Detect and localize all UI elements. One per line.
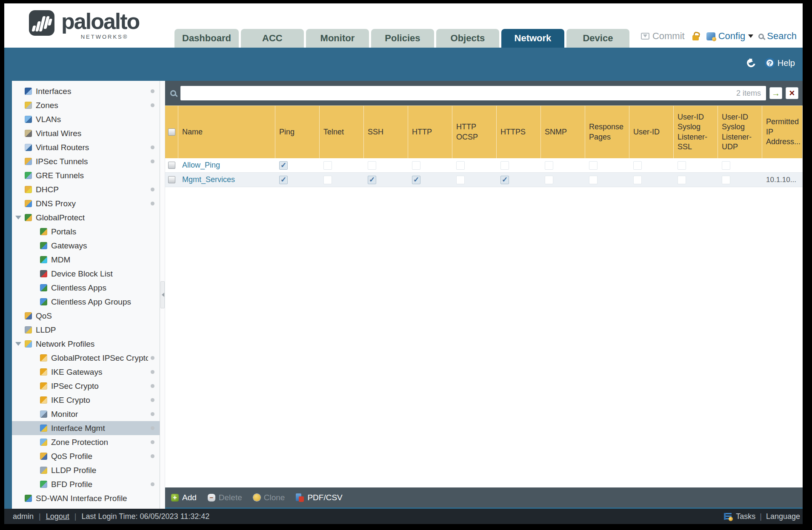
header-actions: Commit Config Search	[641, 31, 797, 42]
row-name-link[interactable]: Mgmt_Services	[182, 175, 235, 184]
sidebar-item-lldp-profile[interactable]: LLDP Profile	[12, 463, 160, 477]
tab-monitor[interactable]: Monitor	[306, 29, 369, 48]
sidebar-item-interfaces[interactable]: Interfaces	[12, 84, 160, 98]
column-header-http-ocsp[interactable]: HTTP OCSP	[452, 106, 497, 158]
config-button[interactable]: Config	[704, 31, 754, 42]
tab-device[interactable]: Device	[566, 29, 629, 48]
add-button[interactable]: + Add	[171, 493, 197, 502]
help-button[interactable]: ? Help	[765, 58, 795, 68]
column-header-ping[interactable]: Ping	[275, 106, 320, 158]
sidebar-item-ipsec-tunnels[interactable]: IPSec Tunnels	[12, 154, 160, 168]
column-header-permitted-ip-address-[interactable]: Permitted IP Address...	[762, 106, 803, 158]
sidebar-item-vlans[interactable]: VLANs	[12, 112, 160, 126]
sidebar-item-gateways[interactable]: Gateways	[12, 239, 160, 253]
row-checkbox[interactable]	[168, 162, 175, 169]
sidebar-item-zones[interactable]: Zones	[12, 98, 160, 112]
expander-triangle-icon[interactable]	[15, 216, 21, 222]
column-header-https[interactable]: HTTPS	[497, 106, 541, 158]
clone-button[interactable]: Clone	[253, 493, 285, 502]
sidebar-item-label: GlobalProtect	[36, 213, 160, 222]
sidebar-item-portals[interactable]: Portals	[12, 225, 160, 239]
sidebar-item-lldp[interactable]: LLDP	[12, 323, 160, 337]
column-header-user-id[interactable]: User-ID	[629, 106, 674, 158]
sidebar-item-virtual-routers[interactable]: Virtual Routers	[12, 140, 160, 154]
sidebar-item-device-block-list[interactable]: Device Block List	[12, 267, 160, 281]
sidebar-item-interface-mgmt[interactable]: Interface Mgmt	[12, 421, 160, 435]
pdf-csv-button[interactable]: PDF/CSV	[296, 493, 342, 502]
refresh-icon[interactable]	[745, 57, 757, 68]
sidebar-item-ike-crypto[interactable]: IKE Crypto	[12, 393, 160, 407]
column-header-response-pages[interactable]: Response Pages	[585, 106, 629, 158]
column-header-http[interactable]: HTTP	[408, 106, 452, 158]
permitted-ip-cell: 10.1.10...	[762, 173, 803, 187]
sidebar-item-qos-profile[interactable]: QoS Profile	[12, 449, 160, 463]
row-name-link[interactable]: Allow_Ping	[182, 161, 220, 170]
sidebar-item-gre-tunnels[interactable]: GRE Tunnels	[12, 168, 160, 182]
qos-profile-icon	[40, 453, 47, 460]
commit-button[interactable]: Commit	[641, 31, 685, 42]
sidebar-item-globalprotect[interactable]: GlobalProtect	[12, 211, 160, 225]
sidebar-item-zone-protection[interactable]: Zone Protection	[12, 435, 160, 449]
left-accent-strip	[4, 81, 12, 509]
column-header-user-id-syslog-listener-ssl[interactable]: User-ID Syslog Listener-SSL	[674, 106, 718, 158]
sidebar-item-sd-wan-interface-profile[interactable]: SD-WAN Interface Profile	[12, 491, 160, 505]
sidebar-item-dhcp[interactable]: DHCP	[12, 182, 160, 197]
sidebar-item-clientless-app-groups[interactable]: Clientless App Groups	[12, 295, 160, 309]
sidebar-item-qos[interactable]: QoS	[12, 309, 160, 323]
apply-filter-button[interactable]: →	[769, 87, 782, 99]
sidebar-item-monitor[interactable]: Monitor	[12, 407, 160, 421]
sidebar-item-label: VLANs	[36, 115, 160, 124]
interfaces-icon	[25, 88, 32, 95]
row-select-cell	[165, 173, 178, 187]
tab-dashboard[interactable]: Dashboard	[174, 29, 239, 48]
lock-icon[interactable]	[692, 35, 699, 40]
network-profiles-icon	[25, 340, 32, 348]
select-all-checkbox[interactable]	[168, 128, 175, 136]
column-header-user-id-syslog-listener-udp[interactable]: User-ID Syslog Listener-UDP	[718, 106, 762, 158]
tasks-button[interactable]: Tasks	[736, 512, 755, 521]
sidebar-item-bfd-profile[interactable]: BFD Profile	[12, 477, 160, 491]
column-header-name[interactable]: Name	[178, 106, 275, 158]
dns-proxy-icon	[25, 200, 32, 207]
service-check-cell	[320, 158, 364, 172]
item-dot-indicator	[151, 188, 154, 191]
sidebar-item-dns-proxy[interactable]: DNS Proxy	[12, 197, 160, 211]
sidebar-item-network-profiles[interactable]: Network Profiles	[12, 337, 160, 351]
search-button[interactable]: Search	[758, 31, 797, 42]
check-off-icon	[722, 161, 730, 170]
sidebar-item-mdm[interactable]: MDM	[12, 253, 160, 267]
column-header-ssh[interactable]: SSH	[364, 106, 408, 158]
check-off-icon	[456, 176, 465, 184]
logout-link[interactable]: Logout	[46, 512, 69, 521]
delete-button[interactable]: − Delete	[208, 493, 242, 502]
filter-input[interactable]	[186, 88, 736, 98]
service-check-cell: ✓	[275, 158, 320, 172]
service-check-cell: ✓	[497, 173, 541, 187]
sidebar-collapse-handle[interactable]	[160, 281, 165, 308]
interface-mgmt-icon	[40, 425, 47, 432]
tab-network[interactable]: Network	[501, 29, 564, 48]
sidebar-item-ipsec-crypto[interactable]: IPSec Crypto	[12, 379, 160, 393]
service-check-cell	[364, 158, 408, 172]
tab-acc[interactable]: ACC	[241, 29, 304, 48]
row-checkbox[interactable]	[168, 176, 175, 183]
sidebar-item-label: QoS	[36, 311, 160, 321]
clear-filter-button[interactable]: ×	[786, 87, 798, 99]
dhcp-icon	[25, 186, 32, 193]
sidebar-item-label: Portals	[51, 227, 160, 237]
sidebar-item-virtual-wires[interactable]: Virtual Wires	[12, 126, 160, 140]
item-dot-indicator	[151, 412, 154, 416]
minus-icon: −	[208, 494, 215, 502]
filter-bar: 2 items → ×	[165, 81, 803, 105]
expander-triangle-icon[interactable]	[15, 342, 21, 349]
sidebar-item-ike-gateways[interactable]: IKE Gateways	[12, 365, 160, 379]
sidebar-item-clientless-apps[interactable]: Clientless Apps	[12, 281, 160, 295]
column-header-snmp[interactable]: SNMP	[541, 106, 585, 158]
clientless-app-groups-icon	[40, 298, 47, 305]
tab-objects[interactable]: Objects	[436, 29, 499, 48]
tab-policies[interactable]: Policies	[371, 29, 434, 48]
column-header-telnet[interactable]: Telnet	[320, 106, 364, 158]
language-button[interactable]: Language	[766, 512, 800, 521]
sidebar-item-globalprotect-ipsec-crypto[interactable]: GlobalProtect IPSec Crypto	[12, 351, 160, 365]
check-on-icon: ✓	[500, 176, 509, 184]
